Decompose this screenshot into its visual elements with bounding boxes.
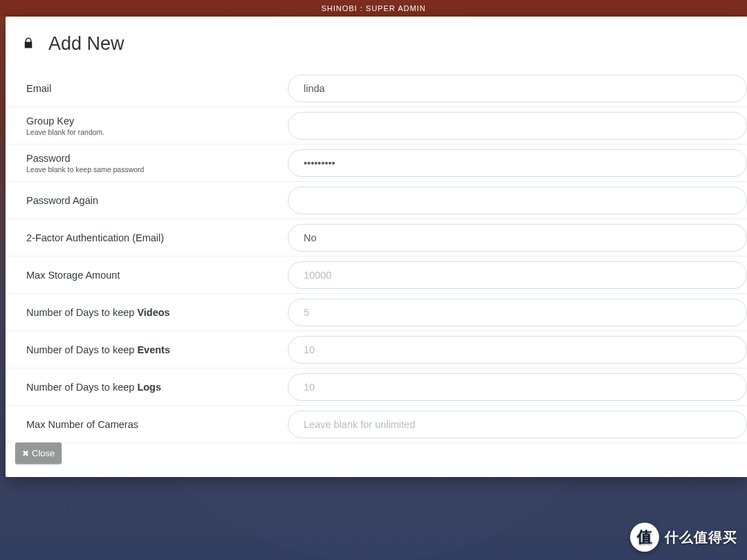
modal-header: Add New [6, 17, 747, 66]
password-input[interactable] [288, 149, 747, 177]
app-header: SHINOBI : SUPER ADMIN [0, 0, 747, 17]
label-password-again: Password Again [26, 195, 98, 206]
hint-password: Leave blank to keep same password [26, 165, 279, 174]
close-button-label: Close [32, 448, 55, 458]
row-days-events: Number of Days to keep Events [6, 331, 747, 368]
label-days-events-pre: Number of Days to keep [26, 344, 137, 355]
watermark-badge-icon: 值 [630, 523, 659, 552]
label-max-cameras: Max Number of Cameras [26, 419, 138, 430]
label-days-logs-bold: Logs [137, 382, 161, 393]
row-email: Email [6, 70, 747, 107]
password-again-input[interactable] [288, 187, 747, 214]
label-group-key: Group Key [26, 115, 74, 127]
label-max-storage: Max Storage Amount [26, 270, 120, 281]
row-group-key: Group Key Leave blank for random. [6, 107, 747, 144]
days-logs-input[interactable] [288, 373, 747, 401]
row-max-storage: Max Storage Amount [6, 256, 747, 294]
add-new-modal: Add New Email Group Key Leave blank for … [6, 17, 747, 477]
label-email: Email [26, 83, 51, 94]
form-body: Email Group Key Leave blank for random. … [6, 66, 747, 443]
watermark-text: 什么值得买 [665, 528, 737, 547]
group-key-input[interactable] [288, 112, 747, 140]
email-input[interactable] [288, 75, 747, 102]
hint-group-key: Leave blank for random. [26, 128, 279, 136]
twofactor-select[interactable]: No [288, 224, 747, 252]
row-days-logs: Number of Days to keep Logs [6, 368, 747, 406]
row-days-videos: Number of Days to keep Videos [6, 294, 747, 331]
app-title: SHINOBI : SUPER ADMIN [321, 4, 425, 12]
label-password: Password [26, 153, 71, 164]
row-twofactor: 2-Factor Authentication (Email) No [6, 219, 747, 256]
row-password-again: Password Again [6, 182, 747, 219]
label-days-events-bold: Events [137, 344, 170, 355]
row-password: Password Leave blank to keep same passwo… [6, 144, 747, 182]
label-days-videos-pre: Number of Days to keep [26, 307, 137, 318]
label-days-logs-pre: Number of Days to keep [26, 382, 137, 393]
row-max-cameras: Max Number of Cameras [6, 406, 747, 443]
label-twofactor: 2-Factor Authentication (Email) [26, 232, 164, 243]
label-days-videos-bold: Videos [137, 307, 169, 318]
close-x-icon: ✖ [22, 449, 29, 458]
max-storage-input[interactable] [288, 261, 747, 289]
days-events-input[interactable] [288, 336, 747, 364]
days-videos-input[interactable] [288, 299, 747, 326]
modal-title-text: Add New [48, 33, 124, 55]
watermark: 值 什么值得买 [630, 523, 737, 552]
close-button[interactable]: ✖ Close [15, 442, 62, 464]
max-cameras-input[interactable] [288, 411, 747, 438]
lock-icon [22, 37, 36, 52]
